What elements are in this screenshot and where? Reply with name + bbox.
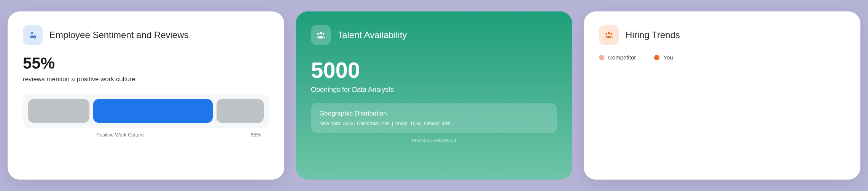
pill-value: 55% [207,132,264,138]
sentiment-header: Employee Sentiment and Reviews [23,25,269,45]
legend-label: Competitor [608,54,636,61]
hiring-header: Hiring Trends [599,25,845,45]
people-group-icon [599,25,619,45]
legend-dot-icon [599,55,604,60]
svg-point-7 [610,33,612,35]
hiring-card: Hiring Trends Competitor You [584,11,860,180]
sentiment-card: Employee Sentiment and Reviews 55% revie… [8,11,284,180]
pill-segment [28,99,89,123]
positions-advertised-label: Positions Advertised [311,138,557,143]
svg-point-5 [608,32,610,34]
geo-distribution-values: New York: 30% | California: 25% | Texas:… [319,120,549,126]
pill-segment-active [93,99,213,123]
user-check-icon [23,25,43,45]
legend-dot-icon [654,55,659,60]
geo-distribution-title: Geographic Distribution [319,110,549,117]
hiring-title: Hiring Trends [626,30,680,40]
svg-point-6 [605,33,607,35]
svg-point-1 [33,35,36,39]
talent-card: Talent Availability 5000 Openings for Da… [296,11,572,180]
svg-point-0 [31,32,33,34]
sentiment-sub: reviews mention a positive work culture [23,75,269,83]
talent-header: Talent Availability [311,25,557,45]
legend-competitor: Competitor [599,54,636,61]
legend-you: You [654,54,673,61]
pill-label: Positive Work Culture [94,132,207,138]
talent-sub: Openings for Data Analysts [311,86,557,94]
geo-distribution-box: Geographic Distribution New York: 30% | … [311,103,557,133]
talent-title: Talent Availability [338,30,407,40]
svg-point-2 [320,32,322,34]
pill-segment [217,99,264,123]
sentiment-pills [23,94,269,128]
sentiment-title: Employee Sentiment and Reviews [49,30,189,40]
legend-label: You [663,54,673,61]
hiring-bar-chart [599,71,845,151]
svg-point-4 [323,33,325,35]
svg-point-3 [317,33,319,35]
people-icon [311,25,331,45]
sentiment-stat: 55% [23,54,269,72]
talent-stat: 5000 [311,57,557,83]
sentiment-pill-caption: Positive Work Culture 55% [23,128,269,138]
hiring-legend: Competitor You [599,54,845,61]
